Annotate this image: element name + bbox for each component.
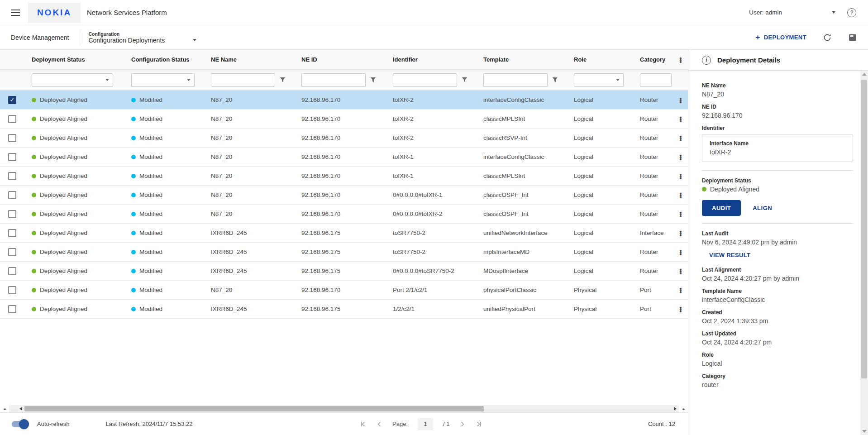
deployment-status-value: Deployed Aligned — [710, 186, 759, 193]
category-label: Category — [702, 373, 853, 379]
row-kebab-icon[interactable]: ••• — [674, 135, 687, 141]
configuration-status-cell: Modified — [127, 172, 206, 179]
view-selector[interactable]: Configuration Configuration Deployments — [88, 31, 196, 44]
column-header-role[interactable]: Role — [569, 56, 635, 63]
category-cell: Router — [635, 115, 674, 122]
table-row[interactable]: Deployed Aligned Modified N87_20 92.168.… — [0, 110, 688, 129]
row-kebab-icon[interactable]: ••• — [674, 230, 687, 236]
row-kebab-icon[interactable]: ••• — [674, 249, 687, 255]
align-button[interactable]: ALIGN — [753, 205, 772, 211]
table-row[interactable]: Deployed Aligned Modified N87_20 92.168.… — [0, 129, 688, 148]
filter-icon[interactable] — [462, 77, 467, 83]
table-row[interactable]: Deployed Aligned Modified N87_20 92.168.… — [0, 205, 688, 224]
user-menu[interactable]: User: admin — [749, 9, 835, 16]
horizontal-scrollbar[interactable]: ◂▸ ◂▸ — [0, 405, 688, 412]
role-cell: Logical — [569, 172, 635, 179]
filter-icon[interactable] — [552, 77, 558, 83]
first-page-button[interactable] — [360, 421, 366, 427]
filter-ne-id-input[interactable] — [301, 73, 366, 87]
column-pan-icon[interactable]: ◂▸ — [0, 407, 9, 411]
column-header-category[interactable]: Category — [635, 56, 674, 63]
column-pan-icon[interactable]: ◂▸ — [679, 407, 688, 411]
column-header-deployment-status[interactable]: Deployment Status — [27, 56, 127, 63]
auto-refresh-toggle[interactable] — [12, 421, 28, 427]
row-checkbox[interactable] — [8, 267, 16, 275]
category-cell: Router — [635, 249, 674, 255]
next-page-button[interactable] — [459, 421, 466, 427]
row-kebab-icon[interactable]: ••• — [674, 173, 687, 179]
table-row[interactable]: Deployed Aligned Modified IXRR6D_245 92.… — [0, 262, 688, 281]
hamburger-menu-icon[interactable] — [11, 8, 20, 18]
role-cell: Logical — [569, 153, 635, 160]
row-checkbox[interactable] — [8, 191, 16, 199]
column-header-configuration-status[interactable]: Configuration Status — [127, 56, 206, 63]
column-header-ne-name[interactable]: NE Name — [206, 56, 297, 63]
row-kebab-icon[interactable]: ••• — [674, 97, 687, 103]
scroll-right-button[interactable] — [672, 405, 679, 412]
table-row[interactable]: Deployed Aligned Modified IXRR6D_245 92.… — [0, 300, 688, 319]
panel-scroll-thumb[interactable] — [861, 80, 867, 378]
row-kebab-icon[interactable]: ••• — [674, 306, 687, 312]
row-checkbox[interactable] — [8, 305, 16, 313]
scroll-left-button[interactable] — [17, 405, 24, 412]
filter-icon[interactable] — [370, 77, 376, 83]
audit-button[interactable]: AUDIT — [702, 200, 741, 216]
row-kebab-icon[interactable]: ••• — [674, 192, 687, 198]
table-row[interactable]: Deployed Aligned Modified N87_20 92.168.… — [0, 148, 688, 167]
add-deployment-button[interactable]: + DEPLOYMENT — [755, 33, 806, 42]
deployment-status-cell: Deployed Aligned — [27, 115, 127, 122]
table-row[interactable]: ✓ Deployed Aligned Modified N87_20 92.16… — [0, 91, 688, 110]
view-result-button[interactable]: VIEW RESULT — [709, 252, 853, 258]
filter-role-dropdown[interactable] — [574, 73, 624, 87]
page-number-input[interactable] — [418, 418, 433, 430]
filter-deployment-status-dropdown[interactable] — [32, 73, 113, 87]
horizontal-scroll-thumb[interactable] — [24, 406, 484, 411]
scroll-down-button[interactable] — [860, 428, 868, 435]
status-dot-green — [32, 174, 36, 178]
row-checkbox[interactable] — [8, 172, 16, 180]
filter-category-input[interactable] — [640, 73, 672, 87]
filter-ne-name-input[interactable] — [211, 73, 275, 87]
row-kebab-icon[interactable]: ••• — [674, 268, 687, 274]
column-header-ne-id[interactable]: NE ID — [297, 56, 388, 63]
row-checkbox[interactable] — [8, 248, 16, 256]
row-kebab-icon[interactable]: ••• — [674, 116, 687, 122]
row-kebab-icon[interactable]: ••• — [674, 287, 687, 293]
refresh-button[interactable] — [823, 33, 832, 42]
ne-id-cell: 92.168.96.170 — [297, 153, 388, 160]
table-row[interactable]: Deployed Aligned Modified IXRR6D_245 92.… — [0, 224, 688, 243]
column-header-identifier[interactable]: Identifier — [388, 56, 479, 63]
scroll-up-button[interactable] — [860, 71, 868, 78]
ne-id-cell: 92.168.96.175 — [297, 268, 388, 274]
row-checkbox[interactable] — [8, 153, 16, 161]
row-kebab-icon[interactable]: ••• — [674, 211, 687, 217]
filter-template-input[interactable] — [483, 73, 548, 87]
row-checkbox[interactable]: ✓ — [8, 96, 16, 104]
nav-tab-device-management[interactable]: Device Management — [0, 34, 80, 41]
page-total: / 1 — [443, 421, 449, 427]
help-icon[interactable]: ? — [847, 8, 856, 17]
row-checkbox[interactable] — [8, 286, 16, 294]
row-checkbox[interactable] — [8, 115, 16, 123]
status-dot-green — [32, 117, 36, 121]
table-row[interactable]: Deployed Aligned Modified N87_20 92.168.… — [0, 167, 688, 186]
row-checkbox[interactable] — [8, 210, 16, 218]
table-row[interactable]: Deployed Aligned Modified IXRR6D_245 92.… — [0, 243, 688, 262]
refresh-icon — [823, 33, 832, 42]
filter-configuration-status-dropdown[interactable] — [131, 73, 195, 87]
table-row[interactable]: Deployed Aligned Modified N87_20 92.168.… — [0, 281, 688, 300]
panel-scrollbar[interactable] — [860, 71, 868, 435]
table-row[interactable]: Deployed Aligned Modified N87_20 92.168.… — [0, 186, 688, 205]
row-checkbox[interactable] — [8, 229, 16, 237]
horizontal-scroll-track[interactable] — [24, 405, 672, 412]
table-options-kebab-icon[interactable]: ••• — [674, 57, 687, 62]
previous-page-button[interactable] — [376, 421, 382, 427]
filter-identifier-input[interactable] — [393, 73, 457, 87]
storage-button[interactable] — [848, 33, 857, 42]
table-filter-row — [0, 70, 688, 91]
filter-icon[interactable] — [280, 77, 286, 83]
row-kebab-icon[interactable]: ••• — [674, 154, 687, 160]
column-header-template[interactable]: Template — [479, 56, 569, 63]
row-checkbox[interactable] — [8, 134, 16, 142]
last-page-button[interactable] — [476, 421, 482, 427]
